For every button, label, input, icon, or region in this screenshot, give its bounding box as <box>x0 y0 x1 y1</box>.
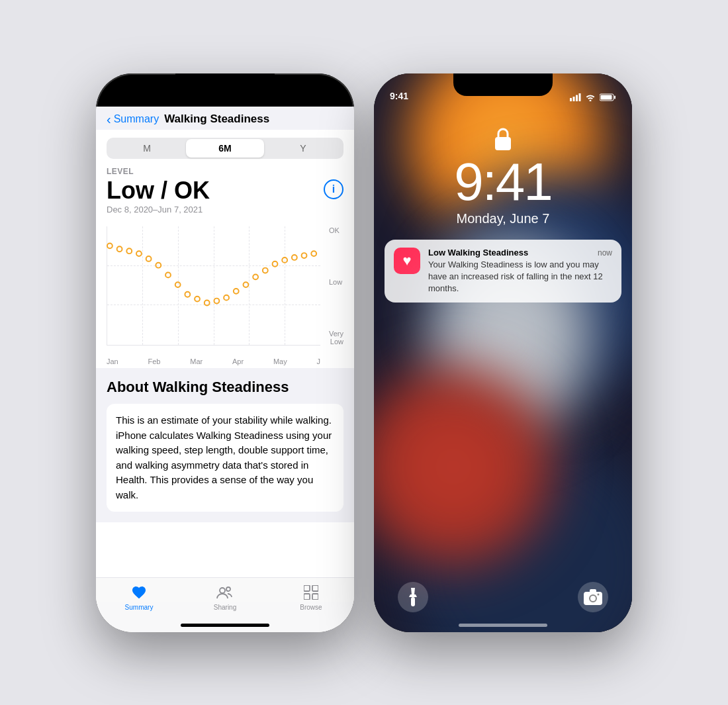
svg-point-26 <box>292 255 297 260</box>
svg-point-21 <box>244 282 249 287</box>
svg-rect-44 <box>584 592 602 605</box>
notif-time: now <box>598 248 612 258</box>
svg-point-12 <box>156 263 161 268</box>
tab-sharing[interactable]: Sharing <box>182 583 268 611</box>
camera-button[interactable] <box>578 582 608 612</box>
chart-x-labels: Jan Feb Mar Apr May J <box>107 357 320 365</box>
lock-battery-icon <box>600 93 616 101</box>
lock-bottom-controls <box>374 582 632 612</box>
svg-point-14 <box>175 282 181 287</box>
lock-clock-time: 9:41 <box>374 156 632 209</box>
tab-bar: Summary Sharing <box>96 577 354 632</box>
heart-icon <box>131 585 147 600</box>
segment-control[interactable]: M 6M Y <box>107 138 343 159</box>
about-section: About Walking Steadiness This is an esti… <box>96 368 354 522</box>
padlock-icon <box>494 126 512 150</box>
notif-header: Low Walking Steadiness now <box>428 248 612 258</box>
page-title: Walking Steadiness <box>164 113 269 126</box>
notif-app-name: Low Walking Steadiness <box>428 248 528 258</box>
signal-icon <box>292 93 303 101</box>
level-label: LEVEL <box>107 167 343 176</box>
svg-rect-32 <box>312 585 318 591</box>
svg-rect-1 <box>295 97 297 101</box>
health-content: M 6M Y LEVEL Low / OK i Dec 8, 2020–Jun … <box>96 130 354 602</box>
notif-content: Low Walking Steadiness now Your Walking … <box>428 248 612 295</box>
svg-point-29 <box>220 588 225 593</box>
svg-rect-37 <box>576 95 578 101</box>
browse-tab-label: Browse <box>300 604 322 611</box>
svg-point-11 <box>146 256 152 261</box>
about-card: This is an estimate of your stability wh… <box>107 404 343 512</box>
svg-rect-35 <box>570 98 572 101</box>
svg-point-30 <box>226 587 230 591</box>
svg-rect-43 <box>411 597 415 606</box>
x-label-mar: Mar <box>190 357 203 365</box>
svg-point-15 <box>185 292 190 297</box>
back-button[interactable]: ‹ Summary <box>107 112 159 127</box>
svg-point-18 <box>214 299 219 304</box>
lock-status-icons <box>570 93 616 101</box>
x-label-feb: Feb <box>148 357 161 365</box>
notification-card[interactable]: ♥ Low Walking Steadiness now Your Walkin… <box>385 240 621 303</box>
y-label-verylow: VeryLow <box>329 330 343 346</box>
svg-point-28 <box>311 251 316 256</box>
health-nav: ‹ Summary Walking Steadiness <box>96 107 354 130</box>
info-icon[interactable]: i <box>324 179 343 199</box>
right-phone: 9:41 <box>374 73 632 632</box>
svg-point-17 <box>205 301 210 306</box>
svg-rect-40 <box>614 95 615 99</box>
y-label-ok: OK <box>329 226 343 234</box>
svg-rect-3 <box>301 93 303 101</box>
about-text: This is an estimate of your stability wh… <box>116 413 334 502</box>
chart-container: OK Low VeryLow <box>107 220 343 365</box>
status-time: 9:41 <box>112 90 132 101</box>
svg-point-16 <box>195 297 200 302</box>
browse-tab-icon <box>302 583 320 602</box>
x-label-may: May <box>273 357 287 365</box>
notch <box>175 73 275 96</box>
flashlight-button[interactable] <box>398 582 428 612</box>
svg-rect-41 <box>601 95 612 99</box>
svg-point-27 <box>302 253 307 258</box>
svg-point-47 <box>598 593 600 595</box>
sharing-tab-icon <box>216 583 234 602</box>
svg-point-19 <box>224 295 229 301</box>
about-title: About Walking Steadiness <box>107 379 343 396</box>
notif-message: Your Walking Steadiness is low and you m… <box>428 259 612 295</box>
y-label-low: Low <box>329 278 343 286</box>
lock-home-indicator <box>459 624 547 627</box>
svg-rect-31 <box>304 585 310 591</box>
browse-icon <box>304 585 318 600</box>
svg-rect-34 <box>312 594 318 600</box>
lock-notch <box>453 73 553 96</box>
svg-rect-6 <box>323 95 334 99</box>
back-label: Summary <box>114 113 159 125</box>
svg-rect-2 <box>298 95 300 101</box>
back-chevron-icon: ‹ <box>107 112 111 127</box>
lock-clock-date: Monday, June 7 <box>374 211 632 226</box>
svg-point-7 <box>107 244 113 249</box>
svg-point-25 <box>282 258 287 263</box>
segment-6m[interactable]: 6M <box>186 139 264 158</box>
notif-app-icon: ♥ <box>394 248 420 274</box>
svg-rect-42 <box>495 137 511 150</box>
tab-browse[interactable]: Browse <box>268 583 354 611</box>
svg-rect-38 <box>579 93 581 101</box>
svg-rect-46 <box>590 589 596 593</box>
segment-y[interactable]: Y <box>264 139 342 158</box>
svg-rect-36 <box>573 97 575 101</box>
lock-status-time: 9:41 <box>390 91 408 101</box>
segment-m[interactable]: M <box>108 139 186 158</box>
svg-point-23 <box>263 268 268 273</box>
camera-icon <box>584 589 602 605</box>
chart-svg <box>107 226 320 343</box>
svg-point-8 <box>117 246 122 252</box>
x-label-jan: Jan <box>107 357 118 365</box>
lock-screen: 9:41 <box>374 73 632 632</box>
sharing-tab-label: Sharing <box>214 604 236 611</box>
tab-summary[interactable]: Summary <box>96 583 182 611</box>
svg-point-9 <box>126 248 132 254</box>
wifi-icon <box>307 93 318 101</box>
status-icons <box>292 93 338 101</box>
svg-rect-0 <box>292 98 294 101</box>
